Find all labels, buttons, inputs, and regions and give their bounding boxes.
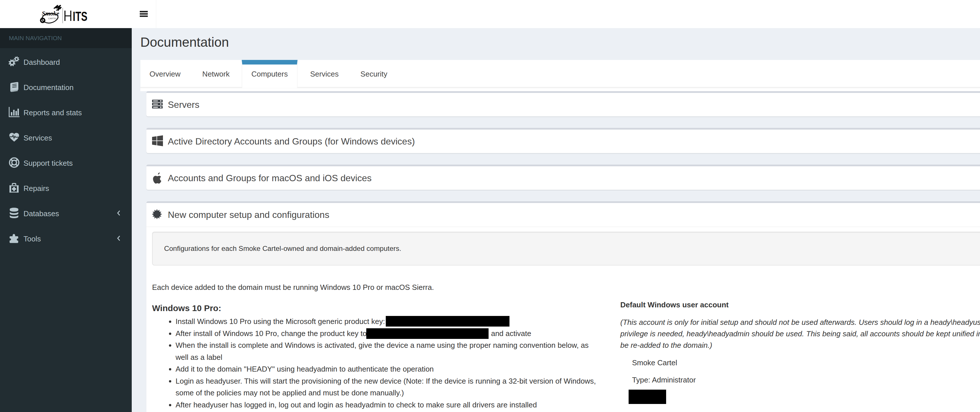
svg-text:ITS: ITS [73, 9, 88, 24]
svg-text:Smoke: Smoke [42, 10, 59, 17]
svg-text:CARTEL: CARTEL [48, 17, 57, 20]
